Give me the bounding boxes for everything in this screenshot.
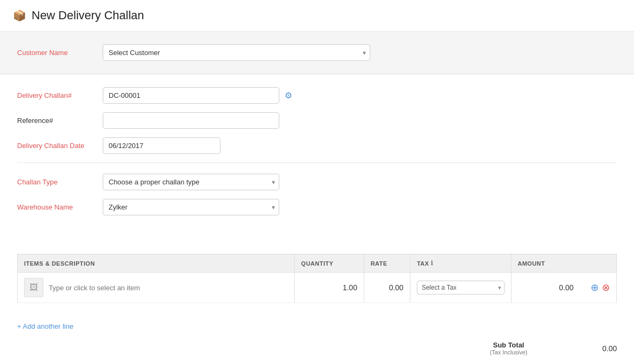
warehouse-row: Warehouse Name Zylker ▾ (17, 199, 617, 215)
page-title: New Delivery Challan (32, 9, 144, 22)
page-header: 📦 New Delivery Challan (0, 0, 634, 32)
challan-type-select-wrapper: Choose a proper challan type ▾ (103, 174, 279, 190)
amount-value: 0.00 (559, 283, 574, 292)
tax-select[interactable]: Select a Tax (417, 281, 504, 295)
items-table-header: ITEMS & DESCRIPTION QUANTITY RATE TAX ℹ … (18, 254, 617, 273)
quantity-value: 1.00 (342, 283, 357, 292)
add-another-line-button[interactable]: + Add another line (17, 322, 73, 330)
row-actions-cell: ⊕ ⊗ (580, 273, 617, 303)
customer-section: Customer Name Select Customer ▾ (0, 32, 634, 74)
tax-info-icon[interactable]: ℹ (431, 260, 433, 267)
date-row: Delivery Challan Date (17, 137, 617, 154)
col-header-tax: TAX ℹ (410, 254, 511, 273)
reference-input[interactable] (103, 112, 279, 129)
circle-remove-icon: ⊗ (602, 282, 610, 293)
item-image-icon: 🖼 (29, 283, 38, 292)
delivery-challan-label: Delivery Challan# (17, 91, 103, 99)
col-header-actions (580, 254, 617, 273)
table-header-row: ITEMS & DESCRIPTION QUANTITY RATE TAX ℹ … (18, 254, 617, 273)
item-image-placeholder: 🖼 (24, 278, 43, 297)
item-cell-content: 🖼 (24, 278, 288, 297)
remove-row-button[interactable]: ⊗ (602, 283, 610, 292)
date-label: Delivery Challan Date (17, 142, 103, 150)
col-header-item: ITEMS & DESCRIPTION (18, 254, 295, 273)
delivery-challan-input-wrap: ⚙ (103, 87, 292, 104)
subtotal-label: Sub Total (493, 341, 524, 349)
add-line-section: + Add another line (0, 316, 634, 337)
col-header-amount: AMOUNT (511, 254, 580, 273)
items-table-body: 🖼 1.00 0.00 Select a Tax (18, 273, 617, 303)
warehouse-label: Warehouse Name (17, 203, 103, 211)
reference-row: Reference# (17, 112, 617, 129)
delivery-challan-input[interactable] (103, 87, 279, 104)
subtotal-area: Sub Total (Tax Inclusive) 0.00 (490, 341, 617, 355)
date-input[interactable] (103, 137, 220, 154)
challan-type-label: Challan Type (17, 178, 103, 186)
col-header-qty: QUANTITY (294, 254, 364, 273)
reference-label: Reference# (17, 117, 103, 125)
amount-cell: 0.00 (511, 273, 580, 303)
customer-select[interactable]: Select Customer (103, 44, 370, 61)
items-section: ITEMS & DESCRIPTION QUANTITY RATE TAX ℹ … (0, 241, 634, 316)
fields-section: Delivery Challan# ⚙ Reference# Delivery … (0, 74, 634, 241)
challan-type-select[interactable]: Choose a proper challan type (103, 174, 279, 190)
challan-type-row: Challan Type Choose a proper challan typ… (17, 174, 617, 190)
item-description-input[interactable] (49, 284, 288, 292)
customer-select-wrapper: Select Customer ▾ (103, 44, 370, 61)
warehouse-select-wrapper: Zylker ▾ (103, 199, 279, 215)
add-row-button[interactable]: ⊕ (591, 283, 599, 292)
circle-add-icon: ⊕ (591, 282, 599, 293)
rate-cell: 0.00 (364, 273, 410, 303)
tax-select-wrapper: Select a Tax ▾ (417, 281, 504, 295)
rate-value: 0.00 (389, 283, 403, 292)
subtotal-row: Sub Total (Tax Inclusive) 0.00 (0, 337, 634, 364)
tax-cell: Select a Tax ▾ (410, 273, 511, 303)
delivery-challan-icon: 📦 (13, 9, 26, 22)
table-row: 🖼 1.00 0.00 Select a Tax (18, 273, 617, 303)
row-actions: ⊕ ⊗ (586, 283, 610, 292)
quantity-cell: 1.00 (294, 273, 364, 303)
gear-icon[interactable]: ⚙ (285, 90, 292, 100)
subtotal-block: Sub Total (Tax Inclusive) (490, 341, 527, 355)
customer-name-row: Customer Name Select Customer ▾ (17, 44, 617, 61)
tax-col-label: TAX (417, 260, 429, 267)
warehouse-select[interactable]: Zylker (103, 199, 279, 215)
subtotal-sub-label: (Tax Inclusive) (490, 349, 527, 355)
items-table: ITEMS & DESCRIPTION QUANTITY RATE TAX ℹ … (17, 254, 617, 303)
customer-name-label: Customer Name (17, 49, 103, 57)
col-header-rate: RATE (364, 254, 410, 273)
delivery-challan-row: Delivery Challan# ⚙ (17, 87, 617, 104)
subtotal-value: 0.00 (602, 344, 617, 353)
item-cell: 🖼 (18, 273, 295, 303)
section-divider (17, 162, 617, 163)
